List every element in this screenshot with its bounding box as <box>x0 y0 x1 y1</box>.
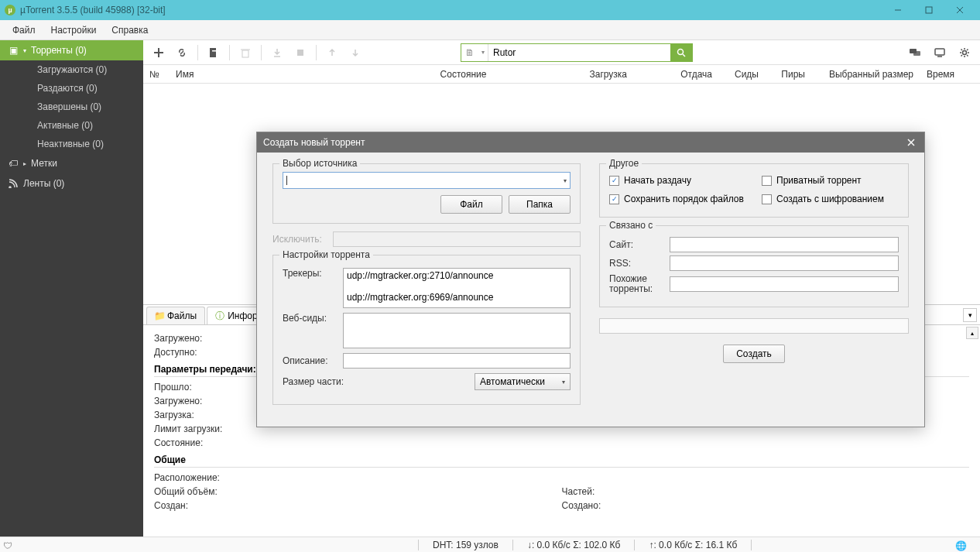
rss-icon <box>8 178 19 189</box>
tab-files[interactable]: 📁Файлы <box>146 307 205 324</box>
svg-line-13 <box>683 54 685 57</box>
description-input[interactable] <box>343 353 571 369</box>
site-label: Сайт: <box>609 239 663 250</box>
stop-button[interactable] <box>290 42 311 63</box>
folder-button[interactable]: Папка <box>509 195 571 214</box>
dialog-titlebar[interactable]: Создать новый торрент <box>257 132 924 153</box>
torrent-list-header: № Имя Состояние Загрузка Отдача Сиды Пир… <box>143 65 980 84</box>
expand-icon: ▾ <box>23 47 26 54</box>
tag-icon: 🏷 <box>8 158 19 169</box>
status-dht[interactable]: DHT: 159 узлов <box>425 540 506 550</box>
separator <box>229 45 230 60</box>
file-button[interactable]: Файл <box>440 195 502 214</box>
dialog-close-button[interactable] <box>904 135 918 149</box>
detail-total-size: Общий объём: <box>154 485 562 499</box>
sidebar-downloading[interactable]: Загружаются (0) <box>0 60 143 79</box>
col-upload[interactable]: Отдача <box>634 69 719 80</box>
sidebar-labels[interactable]: 🏷 ▸ Метки <box>0 153 143 173</box>
search-provider-dropdown[interactable]: ▾ <box>478 44 488 61</box>
source-legend: Выбор источника <box>279 158 360 169</box>
col-seeds[interactable]: Сиды <box>719 69 766 80</box>
sidebar-inactive[interactable]: Неактивные (0) <box>0 135 143 153</box>
exclude-input <box>333 231 581 247</box>
trackers-label: Трекеры: <box>283 268 337 279</box>
detail-pieces: Частей: <box>562 485 970 499</box>
chk-private[interactable]: Приватный торрент <box>762 175 899 186</box>
separator <box>316 45 317 60</box>
svg-rect-8 <box>242 50 248 57</box>
sidebar-feeds[interactable]: Ленты (0) <box>0 173 143 194</box>
chat-button[interactable] <box>904 42 926 63</box>
add-url-button[interactable] <box>171 42 193 63</box>
menu-help[interactable]: Справка <box>104 22 156 38</box>
remote-button[interactable] <box>929 42 951 63</box>
expand-icon: ▸ <box>23 160 26 167</box>
create-button[interactable]: Создать <box>723 345 785 363</box>
detail-location: Расположение: <box>154 471 969 485</box>
exclude-label: Исключить: <box>272 234 327 245</box>
menu-settings[interactable]: Настройки <box>43 22 105 38</box>
rss-input[interactable] <box>670 255 899 271</box>
similar-input[interactable] <box>670 276 899 292</box>
detail-created: Создан: <box>154 499 562 513</box>
checkbox-icon <box>762 176 772 186</box>
sidebar-seeding[interactable]: Раздаются (0) <box>0 79 143 98</box>
status-up[interactable]: ↑: 0.0 Кб/с Σ: 16.1 Кб <box>641 540 745 550</box>
piece-size-select[interactable]: Автоматически▾ <box>475 373 571 390</box>
svg-point-12 <box>678 49 684 54</box>
scroll-up-button[interactable]: ▴ <box>966 327 978 339</box>
col-time[interactable]: Время <box>920 69 967 80</box>
trackers-input[interactable] <box>343 268 571 308</box>
move-up-button[interactable] <box>321 42 343 63</box>
start-button[interactable] <box>266 42 288 63</box>
search-input[interactable] <box>488 47 670 58</box>
create-torrent-dialog: Создать новый торрент Выбор источника ▾ … <box>256 132 925 427</box>
col-selected-size[interactable]: Выбранный размер <box>812 69 920 80</box>
other-fieldset: Другое ✓Начать раздачу Приватный торрент… <box>599 163 909 218</box>
col-peers[interactable]: Пиры <box>766 69 812 80</box>
svg-rect-15 <box>913 51 920 56</box>
create-torrent-button[interactable] <box>203 42 224 63</box>
status-down[interactable]: ↓: 0.0 Кб/с Σ: 102.0 Кб <box>519 540 629 550</box>
tabs-overflow-button[interactable]: ▾ <box>963 308 977 322</box>
settings-legend: Настройки торрента <box>279 249 373 260</box>
similar-label: Похожие торренты: <box>609 274 663 294</box>
chk-start-seeding[interactable]: ✓Начать раздачу <box>609 175 746 186</box>
general-header: Общие <box>154 450 969 468</box>
download-icon: ▣ <box>8 45 19 56</box>
search-button[interactable] <box>670 44 692 61</box>
app-logo: µ <box>5 5 15 15</box>
maximize-button[interactable] <box>913 0 944 20</box>
chk-encrypt[interactable]: Создать с шифрованием <box>762 194 899 204</box>
sidebar-torrents[interactable]: ▣ ▾ Торренты (0) <box>0 40 143 60</box>
delete-button[interactable] <box>235 42 256 63</box>
detail-created-on: Создано: <box>562 499 970 513</box>
webseeds-input[interactable] <box>343 313 571 348</box>
info-icon: ⓘ <box>215 311 224 321</box>
sidebar-completed[interactable]: Завершены (0) <box>0 98 143 116</box>
preferences-button[interactable] <box>954 42 975 63</box>
col-state[interactable]: Состояние <box>417 69 510 80</box>
col-download[interactable]: Загрузка <box>510 69 634 80</box>
globe-icon[interactable]: 🌐 <box>955 540 965 550</box>
move-down-button[interactable] <box>344 42 366 63</box>
close-window-button[interactable] <box>944 0 975 20</box>
sidebar-label: Торренты (0) <box>31 45 87 56</box>
status-bar: 🛡 DHT: 159 узлов ↓: 0.0 Кб/с Σ: 102.0 Кб… <box>0 537 980 552</box>
detail-state: Состояние: <box>154 436 969 450</box>
svg-rect-16 <box>935 49 944 55</box>
col-num[interactable]: № <box>143 69 170 80</box>
chk-preserve-order[interactable]: ✓Сохранить порядок файлов <box>609 194 746 204</box>
source-fieldset: Выбор источника ▾ Файл Папка <box>272 163 581 224</box>
site-input[interactable] <box>670 237 899 252</box>
source-combo[interactable]: ▾ <box>283 172 571 189</box>
related-legend: Связано с <box>606 220 656 231</box>
add-torrent-button[interactable] <box>148 42 170 63</box>
col-name[interactable]: Имя <box>170 69 417 80</box>
svg-rect-6 <box>210 48 216 57</box>
minimize-button[interactable] <box>882 0 913 20</box>
svg-rect-11 <box>297 50 303 56</box>
sidebar-active[interactable]: Активные (0) <box>0 116 143 135</box>
svg-point-18 <box>963 50 967 54</box>
menu-file[interactable]: Файл <box>5 22 43 38</box>
